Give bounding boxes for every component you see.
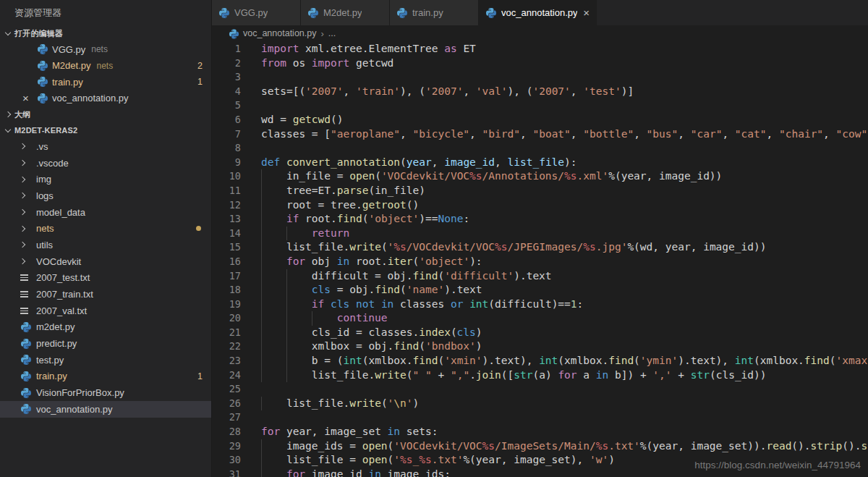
code-line-1[interactable]: 1import xml.etree.ElementTree as ET [212, 42, 868, 56]
watermark-text: https://blog.csdn.net/weixin_44791964 [694, 458, 861, 473]
code-line-13[interactable]: 13if root.find('object')==None: [212, 212, 868, 227]
code-line-5[interactable]: 5 [212, 98, 868, 113]
text-file-icon [20, 274, 28, 281]
code-line-14[interactable]: 14return [212, 227, 868, 241]
code-line-26[interactable]: 26list_file.write('\n') [212, 397, 868, 411]
code-line-24[interactable]: 24list_file.write(" " + ",".join([str(a)… [212, 368, 868, 383]
code-text: for year, image_set in sets: [261, 425, 438, 439]
code-line-28[interactable]: 28for year, image_set in sets: [212, 425, 868, 439]
code-line-11[interactable]: 11tree=ET.parse(in_file) [212, 184, 868, 198]
code-line-15[interactable]: 15list_file.write('%s/VOCdevkit/VOC%s/JP… [212, 240, 868, 255]
python-file-icon [37, 76, 48, 88]
code-line-7[interactable]: 7classes = ["aeroplane", "bicycle", "bir… [212, 127, 868, 142]
close-tab-icon[interactable]: × [583, 7, 590, 18]
line-number: 23 [212, 354, 241, 368]
tree-item-m2det.py[interactable]: m2det.py [0, 319, 211, 336]
python-file-icon [396, 7, 408, 19]
file-name: utils [36, 240, 53, 250]
open-editor-train.py[interactable]: train.py1 [0, 74, 211, 90]
tree-item-img[interactable]: img [0, 171, 211, 187]
line-number: 21 [212, 326, 241, 340]
code-text: sets=[('2007', 'train'), ('2007', 'val')… [261, 85, 634, 99]
tree-item-.vs[interactable]: .vs [0, 138, 211, 155]
tab-voc_annotation.py[interactable]: voc_annotation.py× [479, 0, 597, 25]
code-line-27[interactable]: 27 [212, 410, 868, 425]
code-line-21[interactable]: 21cls_id = classes.index(cls) [212, 326, 868, 340]
line-number: 20 [212, 311, 241, 326]
code-text: for image_id in image_ids: [261, 468, 451, 477]
tree-item-model_data[interactable]: model_data [0, 204, 211, 221]
open-editor-VGG.py[interactable]: VGG.pynets [0, 41, 211, 58]
python-file-icon [37, 93, 48, 104]
code-line-16[interactable]: 16for obj in root.iter('object'): [212, 255, 868, 269]
tab-M2det.py[interactable]: M2det.py [301, 0, 390, 25]
section-label: 大纲 [14, 109, 30, 120]
tree-item-icon-slot [20, 274, 33, 281]
code-editor[interactable]: 1import xml.etree.ElementTree as ET2from… [212, 41, 868, 477]
tree-item-utils[interactable]: utils [0, 237, 211, 253]
code-text: cls = obj.find('name').text [261, 283, 482, 297]
tree-item-2007_test.txt[interactable]: 2007_test.txt [0, 270, 211, 287]
code-line-20[interactable]: 20continue [212, 311, 868, 326]
indent-guide [312, 311, 337, 326]
code-text: classes = ["aeroplane", "bicycle", "bird… [261, 127, 868, 142]
indent-guide [286, 297, 312, 312]
tree-item-2007_train.txt[interactable]: 2007_train.txt [0, 286, 211, 303]
section-open-editors[interactable]: 打开的编辑器 [0, 25, 211, 41]
tree-item-2007_val.txt[interactable]: 2007_val.txt [0, 303, 211, 319]
code-line-25[interactable]: 25 [212, 382, 868, 397]
tree-item-predict.py[interactable]: predict.py [0, 335, 211, 352]
tree-item-nets[interactable]: nets [0, 220, 211, 237]
code-line-22[interactable]: 22xmlbox = obj.find('bndbox') [212, 339, 868, 354]
code-line-2[interactable]: 2from os import getcwd [212, 56, 868, 71]
tree-item-train.py[interactable]: train.py1 [0, 368, 211, 385]
code-text: list_file.write('%s/VOCdevkit/VOC%s/JPEG… [261, 240, 766, 255]
tree-item-icon-slot [20, 242, 33, 247]
tab-train.py[interactable]: train.py [390, 0, 479, 25]
close-editor-icon[interactable]: × [22, 93, 37, 104]
indent-guide [261, 283, 286, 297]
section-outline[interactable]: 大纲 [0, 106, 211, 122]
code-line-8[interactable]: 8 [212, 141, 868, 156]
code-text: list_file.write(" " + ",".join([str(a) f… [261, 368, 767, 383]
python-file-icon [37, 43, 48, 55]
line-number: 22 [212, 339, 241, 354]
tree-item-icon-slot [20, 291, 33, 297]
code-text: continue [261, 311, 388, 326]
code-line-23[interactable]: 23b = (int(xmlbox.find('xmin').text), in… [212, 354, 868, 368]
code-line-29[interactable]: 29image_ids = open('VOCdevkit/VOC%s/Imag… [212, 439, 868, 454]
code-line-18[interactable]: 18cls = obj.find('name').text [212, 283, 868, 297]
code-line-3[interactable]: 3 [212, 70, 868, 85]
line-number: 7 [212, 127, 241, 142]
tree-item-.vscode[interactable]: .vscode [0, 155, 211, 172]
file-name: predict.py [36, 338, 77, 349]
breadcrumb-file[interactable]: voc_annotation.py [243, 28, 316, 38]
code-line-12[interactable]: 12root = tree.getroot() [212, 198, 868, 213]
indent-guide [261, 339, 286, 354]
line-number: 27 [212, 410, 241, 425]
code-line-10[interactable]: 10in_file = open('VOCdevkit/VOC%s/Annota… [212, 169, 868, 184]
line-number: 30 [212, 453, 241, 468]
section-project-root[interactable]: M2DET-KERAS2 [0, 122, 211, 138]
open-editor-voc_annotation.py[interactable]: ×voc_annotation.py [0, 90, 211, 107]
code-line-17[interactable]: 17difficult = obj.find('difficult').text [212, 269, 868, 284]
tree-item-logs[interactable]: logs [0, 187, 211, 204]
tree-item-VOCdevkit[interactable]: VOCdevkit [0, 253, 211, 270]
python-file-icon [20, 371, 32, 382]
tree-item-test.py[interactable]: test.py [0, 352, 211, 368]
file-name: voc_annotation.py [36, 404, 113, 415]
tree-item-VisionForPriorBox.py[interactable]: VisionForPriorBox.py [0, 384, 211, 401]
tree-item-icon-slot [20, 338, 33, 350]
breadcrumb-more[interactable]: ... [328, 28, 336, 38]
section-label: 打开的编辑器 [14, 28, 63, 39]
tab-VGG.py[interactable]: VGG.py [212, 0, 301, 25]
python-file-icon [229, 28, 239, 39]
open-editor-M2det.py[interactable]: M2det.pynets2 [0, 58, 211, 75]
python-file-icon [485, 7, 497, 19]
tree-item-voc_annotation.py[interactable]: voc_annotation.py [0, 401, 211, 418]
code-line-6[interactable]: 6wd = getcwd() [212, 113, 868, 127]
code-line-9[interactable]: 9def convert_annotation(year, image_id, … [212, 156, 868, 170]
code-text: b = (int(xmlbox.find('xmin').text), int(… [261, 354, 868, 368]
code-line-19[interactable]: 19if cls not in classes or int(difficult… [212, 297, 868, 312]
code-line-4[interactable]: 4sets=[('2007', 'train'), ('2007', 'val'… [212, 85, 868, 99]
